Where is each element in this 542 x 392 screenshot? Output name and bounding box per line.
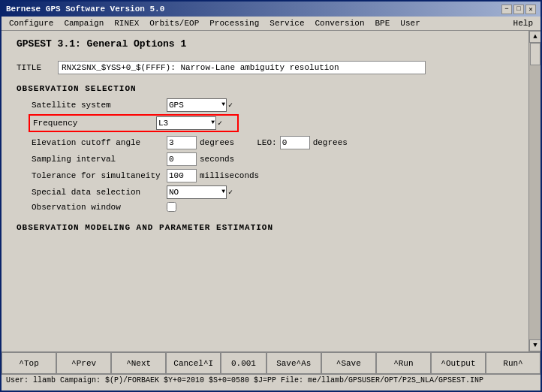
- elevation-cutoff-input[interactable]: [167, 136, 197, 149]
- observation-section-header: OBSERVATION SELECTION: [17, 84, 513, 93]
- special-data-check: ✓: [228, 188, 233, 197]
- special-data-selection-row: Special data selection NO YES ✓: [32, 185, 513, 200]
- leo-input[interactable]: [280, 136, 310, 149]
- observation-window-row: Observation window: [32, 201, 513, 213]
- satellite-system-row: Satellite system GPS GLONASS MIXED ✓: [32, 98, 513, 113]
- menu-bpe[interactable]: BPE: [371, 18, 395, 29]
- frequency-select-wrapper: L1 L2 L3 L4 L5: [156, 116, 216, 130]
- frequency-select[interactable]: L1 L2 L3 L4 L5: [156, 116, 216, 130]
- leo-unit: degrees: [313, 138, 348, 147]
- elevation-cutoff-label: Elevation cutoff angle: [32, 138, 167, 147]
- observation-window-checkbox[interactable]: [167, 202, 176, 212]
- satellite-system-check: ✓: [228, 101, 233, 110]
- menu-campaign[interactable]: Campaign: [59, 18, 108, 29]
- close-button[interactable]: ✕: [525, 5, 536, 14]
- maximize-button[interactable]: □: [513, 5, 524, 14]
- special-data-selection-label: Special data selection: [32, 188, 167, 197]
- tolerance-simultaneity-row: Tolerance for simultaneity milliseconds: [32, 168, 513, 183]
- window-title: Bernese GPS Software Version 5.0: [6, 5, 164, 14]
- sampling-interval-label: Sampling interval: [32, 155, 167, 164]
- satellite-system-label: Satellite system: [32, 101, 167, 110]
- page-title: GPSEST 3.1: General Options 1: [17, 38, 513, 50]
- title-input[interactable]: [58, 61, 426, 74]
- tolerance-simultaneity-unit: milliseconds: [200, 171, 259, 180]
- window-frame: Bernese GPS Software Version 5.0 − □ ✕ C…: [0, 0, 542, 392]
- scroll-track: [529, 43, 540, 339]
- menu-bar: Configure Campaign RINEX Orbits/EOP Proc…: [2, 17, 540, 31]
- next-button[interactable]: ^Next: [111, 352, 166, 374]
- menu-user[interactable]: User: [396, 18, 424, 29]
- frequency-label: Frequency: [33, 119, 156, 128]
- scroll-down-button[interactable]: ▼: [529, 339, 540, 351]
- top-button[interactable]: ^Top: [2, 352, 56, 374]
- sampling-interval-input[interactable]: [167, 152, 197, 166]
- status-text: User: llamb Campaign: $(P)/FORBAEK $Y+0=…: [6, 376, 483, 384]
- window-controls: − □ ✕: [501, 5, 536, 14]
- bottom-toolbar: ^Top ^Prev ^Next Cancel^I 0.001 Save^As …: [2, 351, 540, 374]
- output-button[interactable]: ^Output: [431, 352, 486, 374]
- sampling-interval-row: Sampling interval seconds: [32, 152, 513, 167]
- frequency-check: ✓: [218, 119, 222, 128]
- minimize-button[interactable]: −: [501, 5, 512, 14]
- scrollbar[interactable]: ▲ ▼: [528, 31, 540, 351]
- run-button[interactable]: ^Run: [376, 352, 431, 374]
- main-content: GPSEST 3.1: General Options 1 TITLE OBSE…: [2, 31, 528, 351]
- save-as-button[interactable]: Save^As: [266, 352, 321, 374]
- save-input-button[interactable]: 0.001: [221, 352, 266, 374]
- menu-processing[interactable]: Processing: [205, 18, 263, 29]
- satellite-system-select[interactable]: GPS GLONASS MIXED: [167, 98, 227, 112]
- frequency-row: Frequency L1 L2 L3 L4 L5 ✓: [29, 114, 239, 132]
- menu-orbits-eop[interactable]: Orbits/EOP: [145, 18, 203, 29]
- scroll-thumb[interactable]: [530, 43, 540, 65]
- status-bar: User: llamb Campaign: $(P)/FORBAEK $Y+0=…: [2, 374, 540, 390]
- prev-button[interactable]: ^Prev: [56, 352, 111, 374]
- elevation-cutoff-row: Elevation cutoff angle degrees LEO: degr…: [32, 135, 513, 150]
- special-data-selection-select[interactable]: NO YES: [167, 185, 227, 199]
- special-data-select-wrapper: NO YES: [167, 185, 227, 199]
- scroll-up-button[interactable]: ▲: [529, 31, 540, 43]
- sampling-interval-unit: seconds: [200, 155, 234, 164]
- observation-window-label: Observation window: [32, 203, 167, 212]
- menu-conversion[interactable]: Conversion: [311, 18, 369, 29]
- satellite-system-select-wrapper: GPS GLONASS MIXED: [167, 98, 227, 112]
- menu-rinex[interactable]: RINEX: [110, 18, 143, 29]
- title-row: TITLE: [17, 60, 513, 75]
- tolerance-simultaneity-input[interactable]: [167, 169, 197, 182]
- cancel-button[interactable]: Cancel^I: [166, 352, 221, 374]
- menu-service[interactable]: Service: [265, 18, 309, 29]
- tolerance-simultaneity-label: Tolerance for simultaneity: [32, 171, 167, 180]
- run2-button[interactable]: Run^: [486, 352, 540, 374]
- modeling-section-header: OBSERVATION MODELING AND PARAMETER ESTIM…: [17, 223, 513, 232]
- elevation-cutoff-unit: degrees: [200, 138, 234, 147]
- title-label: TITLE: [17, 63, 58, 72]
- menu-help[interactable]: Help: [509, 18, 537, 29]
- menu-configure[interactable]: Configure: [5, 18, 58, 29]
- title-bar: Bernese GPS Software Version 5.0 − □ ✕: [2, 2, 540, 17]
- leo-label: LEO:: [257, 138, 276, 147]
- save-button[interactable]: ^Save: [321, 352, 376, 374]
